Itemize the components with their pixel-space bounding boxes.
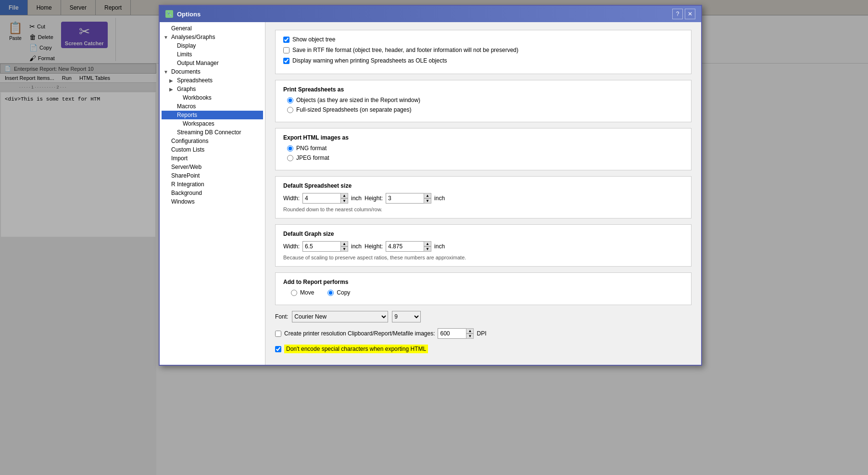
close-button[interactable]: ✕ [685, 9, 695, 19]
dont-encode-label: Don't encode special characters when exp… [284, 345, 428, 353]
dpi-up[interactable]: ▲ [466, 328, 474, 334]
tree-item-r-integration[interactable]: R Integration [162, 180, 263, 189]
settings-panel: Show object tree Save in RTF file format… [265, 22, 701, 365]
tree-item-reports[interactable]: Reports [162, 111, 263, 119]
add-to-report-section: Add to Report performs Move Copy [275, 272, 692, 305]
copy-label: Copy [337, 289, 350, 296]
export-jpeg-label: JPEG format [296, 154, 329, 161]
graph-height-down[interactable]: ▼ [424, 246, 431, 252]
width-down-arrow[interactable]: ▼ [340, 198, 348, 204]
graph-size-row: Width: 6.5 ▲ ▼ inch Height: 4.875 [283, 241, 683, 252]
tree-item-windows[interactable]: Windows [162, 197, 263, 206]
move-label: Move [300, 289, 314, 296]
dialog-title: Options [177, 11, 201, 18]
tree-item-analyses[interactable]: ▼ Analyses/Graphs [162, 33, 263, 41]
expander-analyses: ▼ [164, 35, 170, 40]
tree-item-configurations[interactable]: Configurations [162, 137, 263, 145]
print-spreadsheets-label: Print Spreadsheets as [283, 86, 683, 93]
display-warning-checkbox[interactable] [283, 58, 289, 64]
tree-item-import[interactable]: Import [162, 154, 263, 163]
expander-documents: ▼ [164, 69, 170, 75]
height-spinner-arrows: ▲ ▼ [424, 193, 431, 204]
graph-width-spinner: 6.5 ▲ ▼ [302, 241, 348, 252]
font-label: Font: [275, 313, 288, 320]
display-warning-row: Display warning when printing Spreadshee… [283, 57, 683, 64]
print-full-label: Full-sized Spreadsheets (on separate pag… [296, 106, 411, 113]
tree-item-general[interactable]: General [162, 24, 263, 33]
export-jpeg-radio[interactable] [287, 155, 293, 161]
tree-item-output-manager[interactable]: Output Manager [162, 59, 263, 67]
graph-width-down[interactable]: ▼ [340, 246, 348, 252]
titlebar-left: 🔧 Options [165, 10, 201, 18]
tree-item-streaming[interactable]: Streaming DB Connector [162, 128, 263, 137]
tree-item-background[interactable]: Background [162, 189, 263, 197]
spreadsheet-size-section: Default Spreadsheet size Width: 4 ▲ ▼ in… [275, 176, 692, 218]
height-down-arrow[interactable]: ▼ [424, 198, 431, 204]
height-unit: inch [434, 195, 445, 202]
create-printer-label: Create printer resolution Clipboard/Repo… [284, 330, 435, 337]
graph-width-arrows: ▲ ▼ [340, 241, 348, 252]
move-radio[interactable] [291, 290, 297, 296]
width-up-arrow[interactable]: ▲ [340, 193, 348, 198]
width-spinner-arrows: ▲ ▼ [340, 193, 348, 204]
tree-item-spreadsheets[interactable]: ▶ Spreadsheets [162, 76, 263, 85]
tree-item-workspaces[interactable]: Workspaces [162, 119, 263, 128]
font-size-select[interactable]: 9 [392, 311, 421, 322]
font-select[interactable]: Courier New [292, 311, 388, 322]
print-objects-row: Objects (as they are sized in the Report… [283, 97, 683, 103]
help-button[interactable]: ? [672, 9, 683, 19]
tree-item-documents[interactable]: ▼ Documents [162, 67, 263, 76]
print-full-radio[interactable] [287, 107, 293, 113]
display-warning-label: Display warning when printing Spreadshee… [292, 57, 447, 64]
tree-item-custom-lists[interactable]: Custom Lists [162, 145, 263, 154]
export-png-row: PNG format [283, 145, 683, 152]
print-objects-label: Objects (as they are sized in the Report… [296, 97, 420, 103]
dialog-titlebar: 🔧 Options ? ✕ [160, 6, 701, 22]
height-up-arrow[interactable]: ▲ [424, 193, 431, 198]
create-printer-row: Create printer resolution Clipboard/Repo… [275, 328, 692, 339]
graph-width-unit: inch [351, 243, 362, 250]
print-spreadsheets-section: Print Spreadsheets as Objects (as they a… [275, 80, 692, 122]
spreadsheet-height-input[interactable]: 3 [386, 193, 424, 204]
height-label: Height: [365, 195, 383, 202]
graph-height-spinner: 4.875 ▲ ▼ [386, 241, 431, 252]
save-rtf-row: Save in RTF file format (object tree, he… [283, 47, 683, 53]
show-object-tree-row: Show object tree [283, 36, 683, 43]
dpi-spinner: 600 ▲ ▼ [438, 328, 474, 339]
height-spinner: 3 ▲ ▼ [386, 193, 431, 204]
titlebar-buttons: ? ✕ [672, 9, 695, 19]
export-png-radio[interactable] [287, 145, 293, 152]
dpi-down[interactable]: ▼ [466, 334, 474, 339]
app-window: File Home Server Report 📋 Paste ✂ Cut [0, 0, 868, 475]
tree-item-workbooks[interactable]: Workbooks [162, 93, 263, 102]
dpi-input[interactable]: 600 [438, 328, 466, 339]
move-row: Move [287, 289, 314, 296]
tree-item-macros[interactable]: Macros [162, 102, 263, 111]
dpi-arrows: ▲ ▼ [466, 328, 474, 339]
graph-width-input[interactable]: 6.5 [302, 241, 341, 252]
dont-encode-checkbox[interactable] [275, 346, 281, 352]
tree-item-display[interactable]: Display [162, 41, 263, 50]
tree-item-sharepoint[interactable]: SharePoint [162, 171, 263, 180]
print-objects-radio[interactable] [287, 97, 293, 103]
font-row: Font: Courier New 9 [275, 311, 692, 322]
graph-hint: Because of scaling to preserve aspect ra… [283, 255, 683, 260]
show-object-tree-checkbox[interactable] [283, 37, 289, 43]
spreadsheet-width-input[interactable]: 4 [302, 193, 341, 204]
copy-radio[interactable] [327, 290, 334, 296]
width-spinner: 4 ▲ ▼ [302, 193, 348, 204]
show-object-tree-label: Show object tree [292, 36, 335, 43]
create-printer-checkbox[interactable] [275, 331, 281, 337]
dialog-body: General ▼ Analyses/Graphs Display Limits… [160, 22, 701, 365]
graph-width-up[interactable]: ▲ [340, 241, 348, 246]
tree-item-limits[interactable]: Limits [162, 50, 263, 59]
dont-encode-row: Don't encode special characters when exp… [275, 345, 692, 353]
save-rtf-checkbox[interactable] [283, 47, 289, 53]
tree-item-server-web[interactable]: Server/Web [162, 163, 263, 171]
graph-height-unit: inch [434, 243, 445, 250]
graph-height-up[interactable]: ▲ [424, 241, 431, 246]
graph-height-arrows: ▲ ▼ [424, 241, 431, 252]
spreadsheet-size-row: Width: 4 ▲ ▼ inch Height: 3 [283, 193, 683, 204]
tree-item-graphs[interactable]: ▶ Graphs [162, 85, 263, 93]
graph-height-input[interactable]: 4.875 [386, 241, 424, 252]
